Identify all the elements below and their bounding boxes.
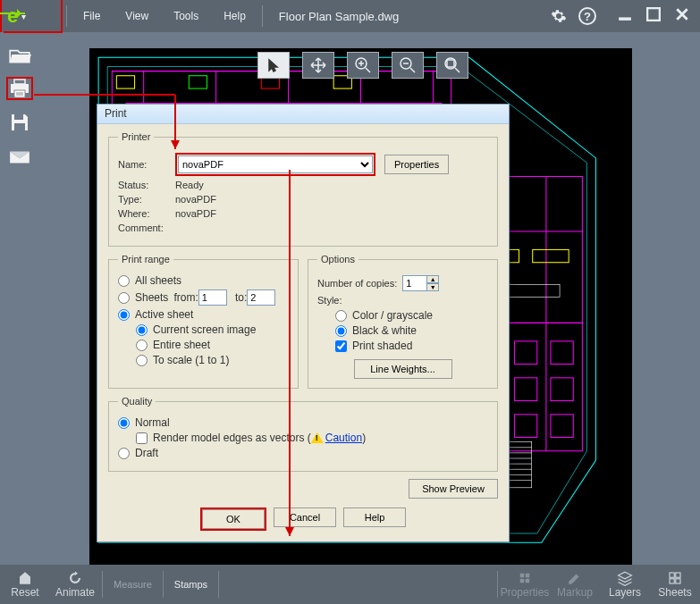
svg-rect-7 — [14, 114, 23, 120]
svg-line-40 — [366, 68, 370, 72]
type-label: Type: — [118, 194, 175, 205]
zoom-out-tool[interactable] — [392, 52, 424, 79]
svg-rect-50 — [676, 573, 680, 577]
app-logo[interactable]: e ▾ — [0, 0, 63, 32]
print-shaded-check[interactable]: Print shaded — [335, 340, 488, 352]
options-legend: Options — [317, 254, 358, 264]
close-button[interactable] — [673, 7, 691, 25]
range-entire-radio[interactable]: Entire sheet — [136, 339, 289, 351]
range-active-radio[interactable]: Active sheet — [118, 308, 289, 321]
svg-line-44 — [410, 68, 415, 72]
pan-tool[interactable] — [302, 52, 334, 79]
layers-panel-button[interactable]: Layers — [600, 565, 650, 604]
copies-input[interactable] — [402, 275, 427, 291]
printer-group: Printer Name: novaPDF Properties Status:… — [108, 131, 498, 247]
menu-help[interactable]: Help — [211, 0, 258, 32]
quality-normal-radio[interactable]: Normal — [118, 416, 488, 429]
copies-label: Number of copies: — [317, 278, 397, 289]
sheets-to-input[interactable] — [247, 289, 275, 306]
svg-rect-48 — [447, 60, 454, 67]
printer-properties-button[interactable]: Properties — [384, 155, 449, 174]
minimize-button[interactable] — [616, 7, 634, 25]
menu-file[interactable]: File — [71, 0, 113, 32]
svg-rect-8 — [14, 123, 25, 130]
quality-group: Quality Normal Render model edges as vec… — [108, 396, 498, 472]
range-current-radio[interactable]: Current screen image — [136, 323, 289, 336]
stamps-tab[interactable]: Stamps — [165, 575, 216, 594]
svg-rect-0 — [619, 17, 631, 20]
quality-legend: Quality — [118, 396, 156, 407]
markup-panel-button[interactable]: Markup — [550, 565, 600, 604]
status-value: Ready — [175, 180, 204, 190]
where-value: novaPDF — [175, 208, 216, 219]
save-icon[interactable] — [6, 111, 33, 134]
mail-icon[interactable] — [6, 145, 33, 168]
help-button[interactable]: Help — [343, 508, 406, 527]
bottom-toolbar: Reset Animate Measure Stamps Properties … — [0, 565, 700, 604]
zoom-in-tool[interactable] — [347, 52, 379, 79]
range-toscale-radio[interactable]: To scale (1 to 1) — [136, 354, 289, 366]
menu-tools[interactable]: Tools — [161, 0, 211, 32]
range-legend: Print range — [118, 254, 173, 264]
properties-panel-button[interactable]: Properties — [500, 565, 550, 604]
animate-button[interactable]: Animate — [50, 565, 100, 604]
status-label: Status: — [118, 180, 175, 190]
dialog-title: Print — [97, 105, 509, 124]
type-value: novaPDF — [175, 194, 216, 205]
style-bw-radio[interactable]: Black & white — [335, 324, 488, 337]
range-sheets-radio[interactable]: Sheets from: to: — [118, 289, 289, 306]
settings-icon[interactable] — [550, 7, 568, 25]
caution-link[interactable]: Caution — [325, 432, 362, 444]
svg-rect-4 — [14, 90, 25, 97]
where-label: Where: — [118, 208, 175, 219]
measure-tab[interactable]: Measure — [105, 575, 161, 594]
canvas-toolbar — [252, 48, 474, 82]
svg-line-47 — [455, 68, 460, 72]
printer-select[interactable]: novaPDF — [178, 155, 373, 173]
range-all-radio[interactable]: All sheets — [118, 274, 289, 287]
maximize-button[interactable] — [645, 7, 662, 25]
style-label: Style: — [317, 295, 488, 306]
print-icon[interactable] — [6, 77, 33, 100]
quality-draft-radio[interactable]: Draft — [118, 447, 488, 459]
document-title: Floor Plan Sample.dwg — [266, 10, 411, 23]
reset-button[interactable]: Reset — [0, 565, 50, 604]
style-color-radio[interactable]: Color / grayscale — [335, 309, 488, 322]
menu-bar: e ▾ File View Tools Help Floor Plan Samp… — [0, 0, 700, 32]
sheets-from-input[interactable] — [198, 289, 227, 306]
left-toolbar — [0, 32, 39, 572]
svg-rect-51 — [670, 579, 674, 583]
logo-letter: e — [7, 4, 18, 28]
sheets-panel-button[interactable]: Sheets — [650, 565, 700, 604]
print-range-group: Print range All sheets Sheets from: to: … — [108, 254, 299, 389]
printer-name-label: Name: — [118, 159, 175, 170]
svg-rect-49 — [670, 573, 674, 577]
zoom-fit-tool[interactable] — [436, 52, 468, 79]
options-group: Options Number of copies: ▲▼ Style: Colo… — [308, 254, 498, 389]
svg-rect-1 — [647, 8, 660, 21]
copies-spinner[interactable]: ▲▼ — [426, 275, 439, 291]
caution-icon — [311, 432, 324, 443]
show-preview-button[interactable]: Show Preview — [409, 479, 498, 499]
render-vectors-check[interactable]: Render model edges as vectors ( Caution … — [136, 432, 488, 444]
comment-label: Comment: — [118, 222, 175, 233]
ok-button[interactable]: OK — [202, 509, 265, 529]
line-weights-button[interactable]: Line Weights... — [354, 359, 452, 379]
menu-view[interactable]: View — [113, 0, 161, 32]
svg-rect-52 — [676, 579, 680, 583]
help-icon[interactable]: ? — [578, 7, 596, 25]
cancel-button[interactable]: Cancel — [274, 508, 336, 527]
select-tool[interactable] — [257, 52, 290, 79]
svg-rect-2 — [14, 80, 25, 84]
print-dialog: Print Printer Name: novaPDF Properties S… — [97, 104, 510, 542]
open-file-icon[interactable] — [6, 43, 33, 66]
printer-legend: Printer — [118, 131, 154, 142]
